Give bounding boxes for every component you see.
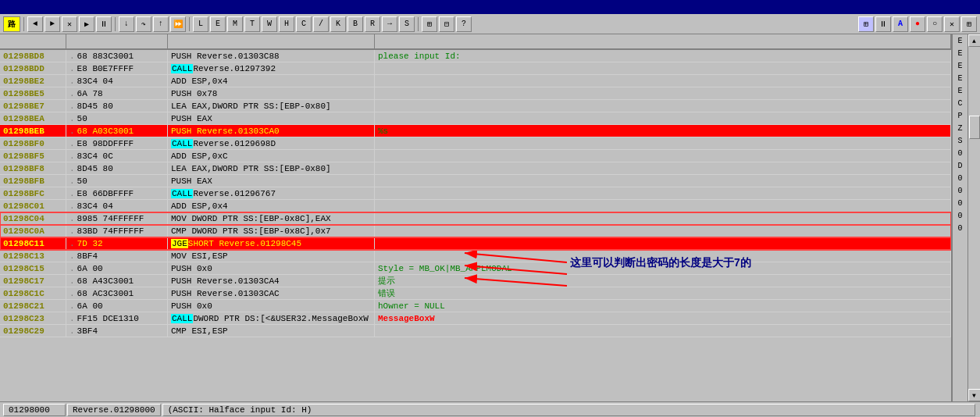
cell-address: 01298C04 — [0, 212, 66, 224]
toolbar-B[interactable]: B — [347, 16, 363, 32]
cell-hex: .7D 32 — [66, 237, 168, 249]
toolbar-M[interactable]: M — [227, 16, 243, 32]
cell-hex: .68 883C3001 — [66, 50, 168, 62]
right-panel-letter: 0 — [953, 184, 968, 197]
cell-address: 01298BEA — [0, 112, 66, 124]
table-row[interactable]: 01298BFC.E8 66DBFFFFCALL Reverse.0129676… — [0, 187, 951, 200]
cell-hex: .68 A03C3001 — [66, 125, 168, 137]
cell-comment — [375, 112, 951, 124]
toolbar-run[interactable]: ▶ — [79, 16, 94, 32]
cell-comment — [375, 162, 951, 174]
toolbar-grid2[interactable]: ⊟ — [439, 16, 454, 32]
cell-disasm: LEA EAX,DWORD PTR SS:[EBP-0x80] — [168, 100, 375, 112]
toolbar-right-grid3[interactable]: ⊞ — [961, 16, 977, 32]
toolbar-R[interactable]: R — [365, 16, 380, 32]
table-row[interactable]: 01298BD8.68 883C3001PUSH Reverse.01303C8… — [0, 50, 951, 62]
cell-disasm: PUSH Reverse.01303CAC — [168, 287, 375, 299]
cell-address: 01298BF5 — [0, 150, 66, 162]
table-row[interactable]: 01298BFB.50PUSH EAX — [0, 175, 951, 187]
table-row[interactable]: 01298C29.3BF4CMP ESI,ESP — [0, 325, 951, 337]
toolbar-step-over[interactable]: ↷ — [136, 16, 151, 32]
table-row[interactable]: 01298C15.6A 00PUSH 0x0Style = MB_OK|MB_A… — [0, 262, 951, 275]
table-row[interactable]: 01298BF8.8D45 80LEA EAX,DWORD PTR SS:[EB… — [0, 162, 951, 175]
toolbar-S[interactable]: S — [399, 16, 415, 32]
table-row[interactable]: 01298C13.8BF4MOV ESI,ESP — [0, 250, 951, 262]
call-keyword: CALL — [171, 189, 193, 198]
table-row[interactable]: 01298BEB.68 A03C3001PUSH Reverse.01303CA… — [0, 125, 951, 137]
cell-disasm: LEA EAX,DWORD PTR SS:[EBP-0x80] — [168, 162, 375, 174]
toolbar-right-A[interactable]: A — [893, 16, 908, 32]
toolbar-right-dot[interactable]: ● — [910, 16, 925, 32]
cell-comment — [375, 212, 951, 224]
cell-disasm: PUSH EAX — [168, 175, 375, 187]
right-panel-letter: E — [953, 84, 968, 97]
table-row[interactable]: 01298C1C.68 AC3C3001PUSH Reverse.01303CA… — [0, 287, 951, 300]
cell-hex: .FF15 DCE1310 — [66, 312, 168, 324]
toolbar-C[interactable]: C — [296, 16, 312, 32]
toolbar-grid[interactable]: ⊞ — [422, 16, 437, 32]
table-row[interactable]: 01298BF5.83C4 0CADD ESP,0xC — [0, 150, 951, 162]
cell-comment — [375, 62, 951, 74]
cell-address: 01298BF8 — [0, 162, 66, 174]
toolbar-T[interactable]: T — [244, 16, 260, 32]
toolbar-arrow[interactable]: → — [382, 16, 397, 32]
right-panel-letter: C — [953, 97, 968, 109]
cell-hex: .8985 74FFFFFF — [66, 212, 168, 224]
table-row[interactable]: 01298BE7.8D45 80LEA EAX,DWORD PTR SS:[EB… — [0, 100, 951, 112]
toolbar-stop[interactable]: ✕ — [62, 16, 77, 32]
toolbar-right-2[interactable]: ⏸ — [875, 16, 891, 32]
cell-comment: MessageBoxW — [375, 312, 951, 324]
cell-hex: .83C4 04 — [66, 200, 168, 212]
table-row[interactable]: 01298C17.68 A43C3001PUSH Reverse.01303CA… — [0, 275, 951, 287]
toolbar-step-out[interactable]: ↑ — [153, 16, 169, 32]
toolbar-pause[interactable]: ⏸ — [96, 16, 112, 32]
toolbar-back[interactable]: ◄ — [27, 16, 43, 32]
table-row[interactable]: 01298C23.FF15 DCE1310CALL DWORD PTR DS:[… — [0, 312, 951, 325]
toolbar-forward[interactable]: ► — [45, 16, 60, 32]
toolbar-E[interactable]: E — [210, 16, 226, 32]
call-keyword: CALL — [171, 64, 193, 73]
table-row[interactable]: 01298C21.6A 00PUSH 0x0hOwner = NULL — [0, 300, 951, 312]
table-row[interactable]: 01298BE2.83C4 04ADD ESP,0x4 — [0, 75, 951, 87]
cell-hex: .83BD 74FFFFFF — [66, 225, 168, 237]
toolbar-K[interactable]: K — [330, 16, 346, 32]
cell-address: 01298C01 — [0, 200, 66, 212]
cell-hex: .8D45 80 — [66, 100, 168, 112]
cell-disasm: PUSH Reverse.01303CA0 — [168, 125, 375, 137]
toolbar-yellow-btn[interactable]: 路 — [3, 16, 20, 32]
cell-comment — [375, 87, 951, 99]
table-row[interactable]: 01298BDD.E8 B0E7FFFFCALL Reverse.0129739… — [0, 62, 951, 75]
cell-disasm: CALL Reverse.01296767 — [168, 187, 375, 199]
cell-disasm: PUSH Reverse.01303C88 — [168, 50, 375, 62]
toolbar-slash[interactable]: / — [313, 16, 329, 32]
toolbar-right-circle[interactable]: ○ — [927, 16, 943, 32]
table-row[interactable]: 01298C11.7D 32JGE SHORT Reverse.01298C45 — [0, 237, 951, 250]
toolbar-trace[interactable]: ⏩ — [170, 16, 186, 32]
cell-comment — [375, 187, 951, 199]
table-row[interactable]: 01298C04.8985 74FFFFFFMOV DWORD PTR SS:[… — [0, 212, 951, 225]
column-headers — [0, 34, 951, 50]
cell-address: 01298C15 — [0, 262, 66, 274]
toolbar-H[interactable]: H — [279, 16, 294, 32]
table-row[interactable]: 01298BF0.E8 98DDFFFFCALL Reverse.0129698… — [0, 137, 951, 150]
table-row[interactable]: 01298BE5.6A 78PUSH 0x78 — [0, 87, 951, 100]
toolbar-W[interactable]: W — [262, 16, 277, 32]
table-row[interactable]: 01298C01.83C4 04ADD ESP,0x4 — [0, 200, 951, 212]
cell-address: 01298BD8 — [0, 50, 66, 62]
right-panel-letter: 0 — [953, 197, 968, 209]
scroll-track[interactable] — [968, 47, 981, 389]
cell-address: 01298C17 — [0, 275, 66, 287]
toolbar-right-1[interactable]: ⊞ — [858, 16, 874, 32]
cell-address: 01298C13 — [0, 250, 66, 262]
scroll-down[interactable]: ▼ — [968, 389, 981, 401]
table-row[interactable]: 01298BEA.50PUSH EAX — [0, 112, 951, 125]
toolbar-right-x[interactable]: ✕ — [944, 16, 960, 32]
cell-comment: 错误 — [375, 287, 951, 299]
scrollbar[interactable]: ▲ ▼ — [968, 34, 980, 401]
toolbar-step-into[interactable]: ↓ — [119, 16, 134, 32]
toolbar-L[interactable]: L — [193, 16, 208, 32]
table-row[interactable]: 01298C0A.83BD 74FFFFFFCMP DWORD PTR SS:[… — [0, 225, 951, 237]
toolbar-help[interactable]: ? — [456, 16, 472, 32]
scroll-thumb[interactable] — [969, 116, 980, 139]
scroll-up[interactable]: ▲ — [968, 34, 981, 47]
